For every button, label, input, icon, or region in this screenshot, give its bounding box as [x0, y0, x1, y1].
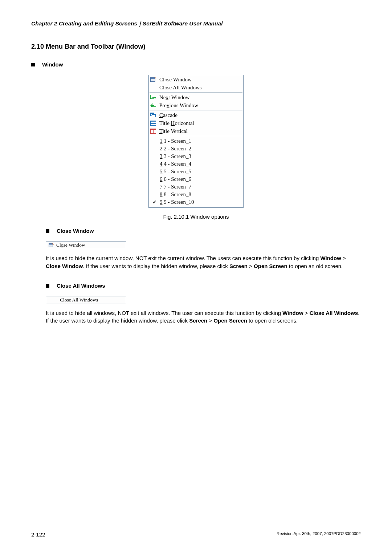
close-all-body: It is used to hide all windows, NOT exit… [46, 309, 361, 325]
subsection-title-close-window: Close Window [57, 228, 94, 234]
close-window-icon [48, 243, 54, 248]
menu-item-close-all[interactable]: Close All Windows [149, 84, 243, 92]
bullet-icon [46, 284, 49, 288]
menu-item-tile-vertical[interactable]: Title Vertical [149, 127, 243, 135]
page-number: 2-122 [31, 531, 45, 538]
menu-item-next-window[interactable]: Next Window [149, 93, 243, 101]
screen-item[interactable]: 4 4 - Screen_4 [149, 160, 243, 168]
screen-item[interactable]: 3 3 - Screen_3 [149, 153, 243, 160]
mini-panel-label: Close All Windows [60, 297, 98, 303]
screen-item[interactable]: 2 2 - Screen_2 [149, 145, 243, 153]
svg-rect-14 [151, 129, 153, 130]
menu-label: Previous Window [159, 102, 198, 109]
divider [150, 92, 242, 93]
svg-rect-12 [151, 123, 156, 124]
close-window-icon [150, 77, 156, 82]
section-title: 2.10 Menu Bar and Toolbar (Window) [31, 43, 361, 50]
menu-item-prev-window[interactable]: Previous Window [149, 101, 243, 109]
menu-item-cascade[interactable]: Cascade [149, 111, 243, 119]
divider [150, 110, 242, 110]
tile-vertical-icon [150, 128, 156, 134]
screen-item[interactable]: 7 7 - Screen_7 [149, 183, 243, 191]
screen-item[interactable]: 6 6 - Screen_6 [149, 175, 243, 183]
svg-rect-8 [152, 114, 156, 116]
bullet-icon [31, 63, 35, 66]
blank-icon [150, 85, 156, 90]
close-window-body: It is used to hide the current window, N… [46, 254, 361, 270]
tile-horizontal-icon [150, 120, 156, 126]
figure-caption: Fig. 2.10.1 Window options [31, 214, 361, 220]
bullet-icon [46, 229, 49, 233]
cascade-icon [150, 112, 156, 118]
menu-item-tile-horizontal[interactable]: Title Horizontal [149, 119, 243, 127]
footer: 2-122 Revision Apr. 30th, 2007, 2007PDD2… [31, 531, 361, 538]
window-menu: Close Window Close All Windows Next Wind… [148, 75, 244, 208]
menu-label: Title Horizontal [159, 120, 194, 126]
screen-item[interactable]: 8 8 - Screen_8 [149, 191, 243, 198]
svg-rect-10 [151, 121, 156, 122]
svg-rect-18 [49, 244, 53, 245]
breadcrumb: Chapter 2 Creating and Editing Screens｜S… [31, 20, 361, 28]
menu-label: Title Vertical [159, 128, 188, 134]
screen-item[interactable]: 1 1 - Screen_1 [149, 137, 243, 145]
screen-item[interactable]: 5 5 - Screen_5 [149, 168, 243, 175]
menu-label: Close Window [159, 77, 192, 83]
next-window-icon [150, 94, 156, 100]
svg-rect-16 [154, 129, 156, 130]
divider [150, 136, 242, 136]
menu-label: Next Window [159, 94, 190, 101]
menu-item-close-window[interactable]: Close Window [149, 76, 243, 84]
screen-item[interactable]: ✔9 9 - Screen_10 [149, 198, 243, 206]
subsection-title-close-all: Close All Windows [57, 283, 105, 289]
mini-panel-close-window[interactable]: Close Window [46, 241, 126, 249]
svg-rect-1 [151, 78, 155, 79]
mini-panel-close-all[interactable]: Close All Windows [46, 296, 126, 304]
svg-rect-6 [151, 113, 154, 114]
revision-text: Revision Apr. 30th, 2007, 2007PDD2300000… [277, 531, 361, 538]
prev-window-icon [150, 102, 156, 108]
menu-label: Cascade [159, 112, 177, 118]
menu-label: Close All Windows [159, 85, 202, 91]
window-heading: Window [42, 61, 63, 68]
blank-icon [48, 297, 58, 303]
mini-panel-label: Close Window [56, 242, 85, 248]
